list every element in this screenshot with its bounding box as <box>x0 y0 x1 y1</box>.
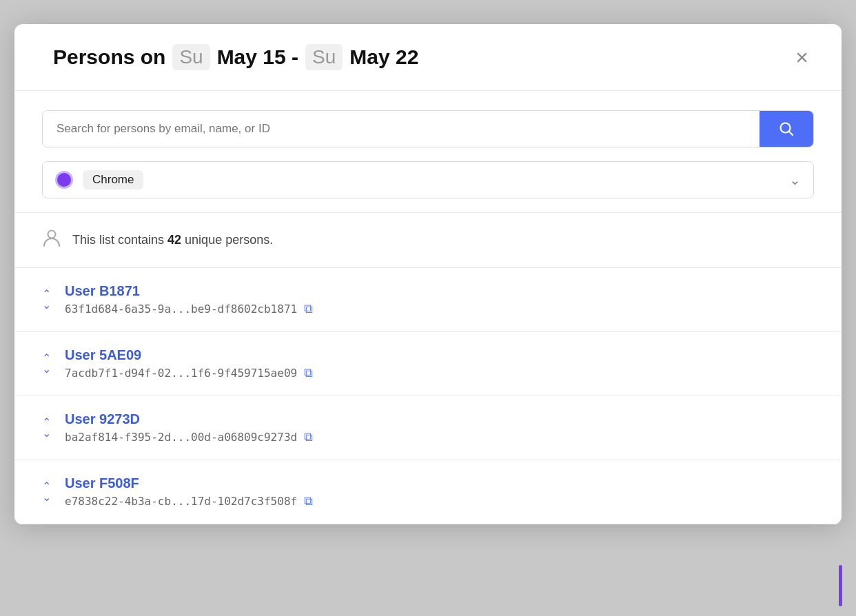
person-icon <box>42 228 61 252</box>
copy-icon[interactable]: ⧉ <box>304 302 313 316</box>
table-row: ⌃ ⌄ User F508F e7838c22-4b3a-cb...17d-10… <box>14 460 842 524</box>
expand-controls-4[interactable]: ⌃ ⌄ <box>42 481 51 503</box>
copy-icon[interactable]: ⧉ <box>304 494 313 509</box>
date-start-badge: Su <box>172 44 210 70</box>
chevron-down-icon: ⌄ <box>42 492 51 503</box>
svg-point-2 <box>48 231 56 238</box>
chevron-up-icon: ⌃ <box>42 481 51 492</box>
user-list: ⌃ ⌄ User B1871 63f1d684-6a35-9a...be9-df… <box>14 268 842 524</box>
chevron-down-icon: ⌄ <box>789 172 801 188</box>
copy-icon[interactable]: ⧉ <box>304 366 313 380</box>
user-info-2: User 5AE09 7acdb7f1-d94f-02...1f6-9f4597… <box>65 347 814 380</box>
filter-row[interactable]: Chrome ⌄ <box>42 161 814 198</box>
user-id: e7838c22-4b3a-cb...17d-102d7c3f508f <box>65 495 297 508</box>
svg-line-1 <box>789 132 793 135</box>
copy-icon[interactable]: ⧉ <box>304 430 313 444</box>
expand-controls-3[interactable]: ⌃ ⌄ <box>42 417 51 439</box>
user-name[interactable]: User F508F <box>65 475 814 491</box>
date-end: May 22 <box>349 45 418 69</box>
summary-section: This list contains 42 unique persons. <box>14 213 842 268</box>
chevron-up-icon: ⌃ <box>42 353 51 364</box>
search-row <box>42 110 814 147</box>
user-info-3: User 9273D ba2af814-f395-2d...00d-a06809… <box>65 411 814 444</box>
filter-label: Chrome <box>83 170 143 189</box>
search-button[interactable] <box>760 111 813 147</box>
modal-title: Persons on Su May 15 - Su May 22 <box>53 44 418 70</box>
user-id-row: e7838c22-4b3a-cb...17d-102d7c3f508f ⧉ <box>65 494 814 509</box>
persons-modal: Persons on Su May 15 - Su May 22 × <box>14 24 842 524</box>
summary-count: 42 <box>167 233 181 247</box>
close-button[interactable]: × <box>790 43 814 71</box>
summary-text: This list contains 42 unique persons. <box>72 233 273 247</box>
user-id: ba2af814-f395-2d...00d-a06809c9273d <box>65 431 297 444</box>
table-row: ⌃ ⌄ User B1871 63f1d684-6a35-9a...be9-df… <box>14 268 842 332</box>
user-name[interactable]: User B1871 <box>65 283 814 299</box>
user-id-row: 63f1d684-6a35-9a...be9-df8602cb1871 ⧉ <box>65 302 814 316</box>
search-input[interactable] <box>43 111 760 147</box>
date-end-badge: Su <box>305 44 343 70</box>
table-row: ⌃ ⌄ User 9273D ba2af814-f395-2d...00d-a0… <box>14 396 842 460</box>
title-prefix: Persons on <box>53 45 165 69</box>
date-start: May 15 - <box>217 45 298 69</box>
chevron-down-icon: ⌄ <box>42 428 51 439</box>
chevron-down-icon: ⌄ <box>42 300 51 311</box>
modal-overlay: Persons on Su May 15 - Su May 22 × <box>14 14 842 616</box>
user-info-4: User F508F e7838c22-4b3a-cb...17d-102d7c… <box>65 475 814 509</box>
modal-header: Persons on Su May 15 - Su May 22 × <box>14 24 842 91</box>
chevron-up-icon: ⌃ <box>42 417 51 428</box>
search-icon <box>779 121 794 136</box>
chevron-down-icon: ⌄ <box>42 364 51 375</box>
expand-controls-2[interactable]: ⌃ ⌄ <box>42 353 51 375</box>
user-id: 7acdb7f1-d94f-02...1f6-9f459715ae09 <box>65 367 297 380</box>
chevron-up-icon: ⌃ <box>42 289 51 300</box>
user-id: 63f1d684-6a35-9a...be9-df8602cb1871 <box>65 302 297 316</box>
scrollbar-accent <box>839 565 842 606</box>
user-id-row: ba2af814-f395-2d...00d-a06809c9273d ⧉ <box>65 430 814 444</box>
table-row: ⌃ ⌄ User 5AE09 7acdb7f1-d94f-02...1f6-9f… <box>14 332 842 396</box>
filter-dot <box>55 171 73 189</box>
expand-controls-1[interactable]: ⌃ ⌄ <box>42 289 51 311</box>
user-name[interactable]: User 9273D <box>65 411 814 427</box>
search-section: Chrome ⌄ <box>14 91 842 213</box>
user-info-1: User B1871 63f1d684-6a35-9a...be9-df8602… <box>65 283 814 316</box>
user-name[interactable]: User 5AE09 <box>65 347 814 363</box>
user-id-row: 7acdb7f1-d94f-02...1f6-9f459715ae09 ⧉ <box>65 366 814 380</box>
